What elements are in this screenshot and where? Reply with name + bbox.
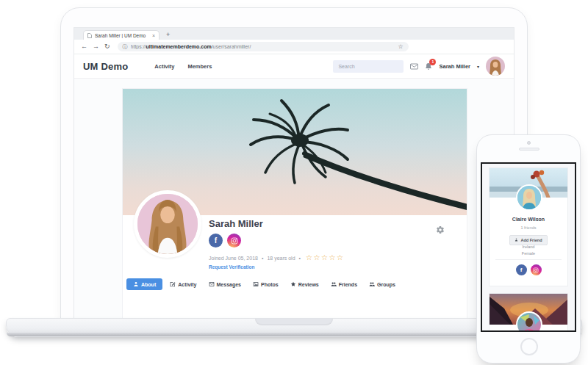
- site-header: UM Demo Activity Members: [74, 54, 514, 79]
- header-avatar[interactable]: [486, 57, 505, 76]
- rating-stars[interactable]: ☆☆☆☆☆: [306, 254, 344, 261]
- user-icon: [133, 281, 139, 287]
- facebook-icon[interactable]: f: [209, 234, 223, 247]
- star-icon: [290, 281, 296, 287]
- phone-friends-count[interactable]: 1 friends: [490, 225, 567, 230]
- phone-location: Ireland: [490, 245, 567, 249]
- main-nav: Activity Members: [154, 63, 212, 70]
- profile-tab-reviews[interactable]: Reviews: [286, 278, 323, 290]
- profile-avatar: [134, 190, 201, 258]
- profile-meta: Joined June 05, 2018 • 18 years old • ☆☆…: [209, 254, 344, 261]
- header-avatar-image: [486, 57, 505, 76]
- reload-icon[interactable]: ↻: [104, 43, 110, 50]
- tab-label: Photos: [261, 282, 279, 287]
- phone-camera: [527, 141, 531, 145]
- envelope-icon: [410, 63, 418, 70]
- profile-tab-messages[interactable]: Messages: [204, 278, 245, 290]
- dot-separator: •: [262, 256, 263, 261]
- tab-label: Groups: [377, 282, 395, 287]
- bookmark-star-icon[interactable]: ☆: [398, 43, 403, 50]
- forward-icon[interactable]: →: [93, 43, 99, 50]
- phone-mockup: Claire Wilson 1 friends Add Friend Irela…: [476, 134, 581, 364]
- profile-avatar-image: [137, 194, 198, 254]
- request-verification-link[interactable]: Request Verification: [209, 264, 255, 270]
- add-friend-label: Add Friend: [520, 238, 542, 242]
- profile-tab-activity[interactable]: Activity: [165, 278, 201, 290]
- divider: [495, 259, 562, 260]
- profile-page: Sarah Miller f Joined June 05, 201: [74, 79, 514, 321]
- nav-item-members[interactable]: Members: [187, 63, 212, 70]
- phone-screen: Claire Wilson 1 friends Add Friend Irela…: [481, 162, 576, 332]
- address-bar[interactable]: ⓘ https://ultimatememberdemo.com/user/sa…: [118, 42, 409, 51]
- photo-icon: [253, 281, 259, 287]
- back-icon[interactable]: ←: [81, 43, 87, 50]
- phone-social-links: f: [490, 264, 567, 275]
- tab-label: Friends: [339, 282, 357, 287]
- phone-speaker: [519, 148, 539, 151]
- people-icon: [331, 281, 337, 287]
- site-info-icon[interactable]: ⓘ: [123, 43, 128, 51]
- user-icon: [514, 238, 518, 242]
- phone-gender: Female: [490, 251, 567, 256]
- laptop-base-notch: [255, 319, 333, 325]
- add-friend-button[interactable]: Add Friend: [509, 235, 547, 245]
- screenshot-stage: Sarah Miller | UM Demo × + ← → ↻ ⓘ https…: [0, 0, 588, 365]
- close-tab-icon[interactable]: ×: [152, 33, 155, 38]
- tab-label: About: [141, 282, 156, 287]
- dot-separator: •: [299, 256, 301, 261]
- instagram-icon[interactable]: [531, 264, 542, 275]
- tab-title: Sarah Miller | UM Demo: [95, 33, 149, 38]
- phone-home-button[interactable]: [520, 338, 538, 355]
- settings-button[interactable]: [436, 224, 445, 233]
- people-icon: [369, 281, 375, 287]
- profile-card: Sarah Miller f Joined June 05, 201: [122, 88, 467, 321]
- instagram-icon[interactable]: [227, 234, 241, 247]
- url-text: https://ultimatememberdemo.com/user/sara…: [131, 44, 395, 49]
- browser-toolbar: ← → ↻ ⓘ https://ultimatememberdemo.com/u…: [74, 40, 514, 54]
- notification-badge: 1: [429, 59, 436, 65]
- envelope-icon: [209, 281, 215, 287]
- browser-window: Sarah Miller | UM Demo × + ← → ↻ ⓘ https…: [74, 27, 514, 321]
- profile-tab-friends[interactable]: Friends: [326, 278, 362, 290]
- browser-tab-strip: Sarah Miller | UM Demo × +: [74, 28, 514, 40]
- profile-tabs: About Activity Messages Photos: [126, 278, 400, 290]
- user-menu-name[interactable]: Sarah Miller: [439, 63, 470, 70]
- chevron-down-icon[interactable]: ▾: [477, 64, 479, 69]
- facebook-icon[interactable]: f: [516, 264, 527, 275]
- page-icon: [87, 33, 92, 38]
- profile-tab-photos[interactable]: Photos: [248, 278, 283, 290]
- age: 18 years old: [267, 256, 295, 261]
- compose-icon: [170, 281, 176, 287]
- phone-profile-name: Claire Wilson: [490, 217, 567, 222]
- notifications-button[interactable]: 1: [425, 62, 432, 71]
- joined-date: Joined June 05, 2018: [209, 256, 258, 261]
- tab-label: Messages: [217, 282, 241, 287]
- new-tab-button[interactable]: +: [166, 31, 170, 38]
- tab-label: Activity: [178, 282, 196, 287]
- tab-label: Reviews: [298, 282, 319, 287]
- phone-avatar-image: [517, 186, 541, 209]
- nav-item-activity[interactable]: Activity: [154, 63, 174, 70]
- profile-tab-groups[interactable]: Groups: [365, 278, 400, 290]
- phone-avatar: [516, 184, 542, 211]
- phone-profile-card-next: [489, 293, 568, 332]
- profile-social-links: f: [209, 234, 241, 247]
- phone-profile-card: Claire Wilson 1 friends Add Friend Irela…: [489, 167, 568, 286]
- profile-name: Sarah Miller: [209, 218, 263, 229]
- laptop-mockup: Sarah Miller | UM Demo × + ← → ↻ ⓘ https…: [60, 7, 528, 320]
- search-input[interactable]: [333, 60, 404, 73]
- gear-icon: [436, 225, 445, 234]
- browser-tab[interactable]: Sarah Miller | UM Demo ×: [83, 30, 159, 40]
- phone-avatar-image: [517, 313, 541, 332]
- phone-avatar: [516, 311, 542, 332]
- profile-tab-about[interactable]: About: [126, 278, 162, 290]
- site-logo[interactable]: UM Demo: [83, 61, 128, 72]
- messages-button[interactable]: [410, 63, 418, 70]
